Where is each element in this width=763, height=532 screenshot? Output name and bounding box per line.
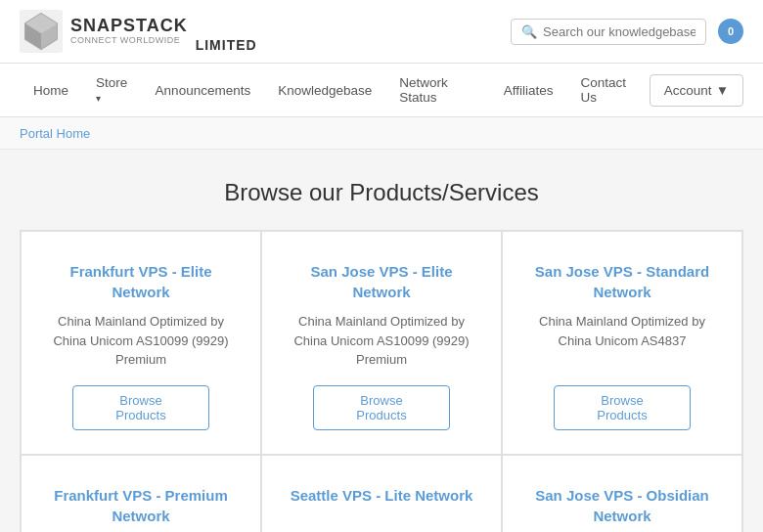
nav-item-affiliates[interactable]: Affiliates: [490, 71, 567, 110]
product-desc-1: China Mainland Optimized by China Unicom…: [282, 312, 481, 370]
logo-limited: LIMITED: [196, 37, 257, 53]
nav-link-network-status[interactable]: Network Status: [385, 64, 489, 116]
logo-area: SNAPSTACK CONNECT WORLDWIDE LIMITED: [20, 10, 257, 53]
nav-item-home[interactable]: Home: [20, 71, 82, 110]
breadcrumb-portal-home[interactable]: Portal Home: [20, 126, 90, 141]
nav-items: Home Store Announcements Knowledgebase N…: [20, 64, 650, 116]
browse-button-0[interactable]: Browse Products: [72, 385, 209, 430]
nav-link-store[interactable]: Store: [82, 64, 142, 116]
nav-item-network-status[interactable]: Network Status: [385, 64, 489, 116]
logo-name: SNAPSTACK: [70, 17, 188, 36]
product-title-5: San Jose VPS - Obsidian Network: [522, 485, 722, 526]
product-card-3: Frankfurt VPS - Premium Network China Ma…: [21, 455, 261, 533]
product-title-4: Seattle VPS - Lite Network: [291, 485, 473, 506]
logo-icon: [20, 10, 63, 53]
nav-link-contact[interactable]: Contact Us: [566, 64, 649, 116]
logo-text: SNAPSTACK CONNECT WORLDWIDE: [70, 17, 188, 46]
nav-link-affiliates[interactable]: Affiliates: [490, 71, 567, 110]
main-content: Browse our Products/Services Frankfurt V…: [0, 150, 763, 532]
site-header: SNAPSTACK CONNECT WORLDWIDE LIMITED 🔍 0: [0, 0, 763, 64]
account-chevron-icon: ▼: [716, 83, 729, 98]
product-card-5: San Jose VPS - Obsidian Network Browse P…: [502, 455, 742, 533]
breadcrumb-bar: Portal Home: [0, 117, 763, 150]
nav-item-store[interactable]: Store: [82, 64, 142, 116]
logo-tagline: CONNECT WORLDWIDE: [70, 36, 188, 46]
nav-link-announcements[interactable]: Announcements: [142, 71, 265, 110]
account-button[interactable]: Account ▼: [650, 74, 743, 107]
nav-item-knowledgebase[interactable]: Knowledgebase: [264, 71, 385, 110]
product-grid: Frankfurt VPS - Elite Network China Main…: [20, 230, 743, 532]
nav-link-knowledgebase[interactable]: Knowledgebase: [264, 71, 385, 110]
product-card-1: San Jose VPS - Elite Network China Mainl…: [261, 231, 502, 455]
main-navbar: Home Store Announcements Knowledgebase N…: [0, 64, 763, 117]
browse-button-1[interactable]: Browse Products: [313, 385, 450, 430]
product-title-3: Frankfurt VPS - Premium Network: [41, 485, 241, 526]
product-card-2: San Jose VPS - Standard Network China Ma…: [502, 231, 742, 455]
browse-button-2[interactable]: Browse Products: [554, 385, 691, 430]
product-title-1: San Jose VPS - Elite Network: [282, 261, 481, 302]
product-desc-0: China Mainland Optimized by China Unicom…: [41, 312, 241, 370]
nav-item-announcements[interactable]: Announcements: [142, 71, 265, 110]
product-title-0: Frankfurt VPS - Elite Network: [41, 261, 241, 302]
cart-button[interactable]: 0: [718, 19, 743, 44]
product-title-2: San Jose VPS - Standard Network: [522, 261, 722, 302]
header-right: 🔍 0: [511, 19, 743, 45]
product-card-4: Seattle VPS - Lite Network Browse Produc…: [261, 455, 502, 533]
search-icon: 🔍: [521, 24, 537, 39]
page-title: Browse our Products/Services: [20, 179, 743, 206]
product-desc-2: China Mainland Optimized by China Unicom…: [522, 312, 722, 370]
nav-link-home[interactable]: Home: [20, 71, 82, 110]
search-box[interactable]: 🔍: [511, 19, 706, 45]
account-label: Account: [664, 83, 712, 98]
product-card-0: Frankfurt VPS - Elite Network China Main…: [21, 231, 261, 455]
search-input[interactable]: [543, 24, 696, 39]
nav-item-contact[interactable]: Contact Us: [566, 64, 649, 116]
